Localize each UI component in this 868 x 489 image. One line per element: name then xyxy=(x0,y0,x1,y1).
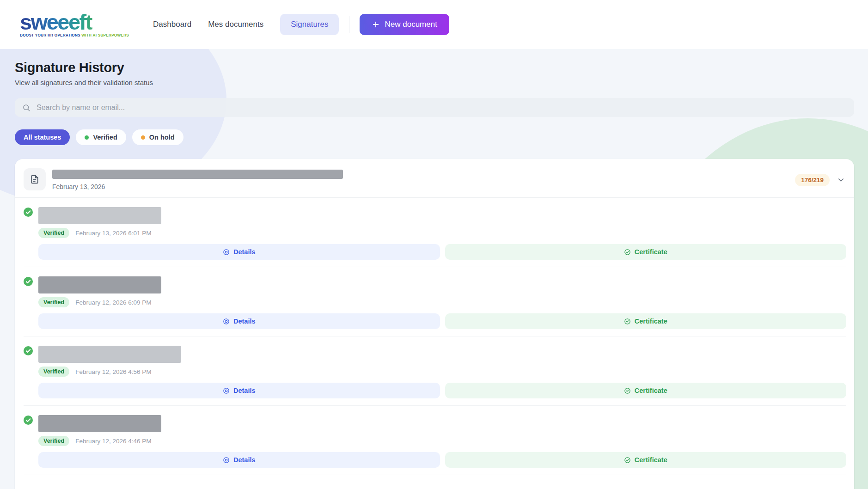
certificate-check-icon xyxy=(624,387,631,394)
verified-check-icon xyxy=(24,416,33,425)
details-label: Details xyxy=(233,387,256,394)
signer-name-redacted xyxy=(38,415,161,432)
header-divider xyxy=(349,16,349,33)
page-content: Signature History View all signatures an… xyxy=(0,49,868,489)
search-input[interactable] xyxy=(36,103,847,112)
status-badge: Verified xyxy=(38,367,69,377)
filter-verified-label: Verified xyxy=(93,134,117,141)
search-icon xyxy=(22,104,31,112)
signer-name-redacted xyxy=(38,346,181,363)
document-date: February 13, 2026 xyxy=(52,183,795,190)
verified-check-icon xyxy=(24,346,33,355)
verified-dot-icon xyxy=(85,135,89,140)
details-button[interactable]: Details xyxy=(38,313,440,329)
verified-check-icon xyxy=(24,277,33,286)
nav-signatures[interactable]: Signatures xyxy=(280,14,339,35)
plus-icon xyxy=(372,20,380,29)
document-icon xyxy=(30,175,39,184)
nav-mes-documents[interactable]: Mes documents xyxy=(208,20,263,29)
certificate-button[interactable]: Certificate xyxy=(445,452,847,468)
document-name-redacted xyxy=(52,170,343,179)
verified-check-icon xyxy=(24,208,33,217)
entry-divider xyxy=(24,475,846,475)
signature-entry: Verified February 12, 2026 6:09 PM Detai… xyxy=(15,267,854,336)
certificate-label: Certificate xyxy=(635,318,667,325)
new-document-label: New document xyxy=(385,20,437,29)
brand-name: sweeeft xyxy=(20,11,129,33)
certificate-label: Certificate xyxy=(635,456,667,464)
chevron-down-icon[interactable] xyxy=(837,176,845,184)
app-header: sweeeft BOOST YOUR HR OPERATIONS WITH AI… xyxy=(0,0,868,49)
signature-entry: Verified February 12, 2026 4:56 PM Detai… xyxy=(15,336,854,406)
certificate-check-icon xyxy=(624,249,631,256)
eye-icon xyxy=(223,249,230,256)
signature-timestamp: February 12, 2026 4:56 PM xyxy=(75,368,151,375)
filter-on-hold[interactable]: On hold xyxy=(132,129,183,145)
signer-name-redacted xyxy=(38,207,161,224)
page-title: Signature History xyxy=(15,60,854,75)
filter-on-hold-label: On hold xyxy=(149,134,175,141)
on-hold-dot-icon xyxy=(141,135,145,140)
details-button[interactable]: Details xyxy=(38,244,440,260)
details-label: Details xyxy=(233,318,256,325)
brand-logo[interactable]: sweeeft BOOST YOUR HR OPERATIONS WITH AI… xyxy=(20,11,129,37)
main-nav: Dashboard Mes documents Signatures xyxy=(153,14,339,35)
details-label: Details xyxy=(233,456,256,464)
status-filters: All statuses Verified On hold xyxy=(15,129,854,145)
details-button[interactable]: Details xyxy=(38,383,440,398)
details-label: Details xyxy=(233,248,256,256)
eye-icon xyxy=(223,387,230,394)
status-badge: Verified xyxy=(38,297,69,307)
signature-timestamp: February 12, 2026 4:46 PM xyxy=(75,438,151,445)
search-bar[interactable] xyxy=(15,98,854,117)
signature-entry: Verified February 13, 2026 6:01 PM Detai… xyxy=(15,198,854,267)
signer-name-redacted xyxy=(38,276,161,293)
document-group-header[interactable]: February 13, 2026 176/219 xyxy=(15,159,854,197)
eye-icon xyxy=(223,457,230,464)
filter-verified[interactable]: Verified xyxy=(76,129,126,145)
signature-entry: Verified February 12, 2026 4:46 PM Detai… xyxy=(15,406,854,475)
signature-timestamp: February 13, 2026 6:01 PM xyxy=(75,230,151,237)
certificate-button[interactable]: Certificate xyxy=(445,244,847,260)
new-document-button[interactable]: New document xyxy=(360,14,449,35)
certificate-check-icon xyxy=(624,457,631,464)
page-subtitle: View all signatures and their validation… xyxy=(15,79,854,86)
nav-dashboard[interactable]: Dashboard xyxy=(153,20,191,29)
signature-timestamp: February 12, 2026 6:09 PM xyxy=(75,299,151,306)
document-icon-box xyxy=(24,168,46,190)
certificate-button[interactable]: Certificate xyxy=(445,383,847,398)
certificate-label: Certificate xyxy=(635,387,667,394)
status-badge: Verified xyxy=(38,228,69,238)
certificate-check-icon xyxy=(624,318,631,325)
signature-progress-badge: 176/219 xyxy=(795,174,830,186)
filter-all-statuses[interactable]: All statuses xyxy=(15,129,70,145)
brand-tagline: BOOST YOUR HR OPERATIONS WITH AI SUPERPO… xyxy=(20,34,129,37)
certificate-button[interactable]: Certificate xyxy=(445,313,847,329)
certificate-label: Certificate xyxy=(635,248,667,256)
details-button[interactable]: Details xyxy=(38,452,440,468)
eye-icon xyxy=(223,318,230,325)
status-badge: Verified xyxy=(38,436,69,446)
signatures-card: February 13, 2026 176/219 xyxy=(15,159,854,489)
